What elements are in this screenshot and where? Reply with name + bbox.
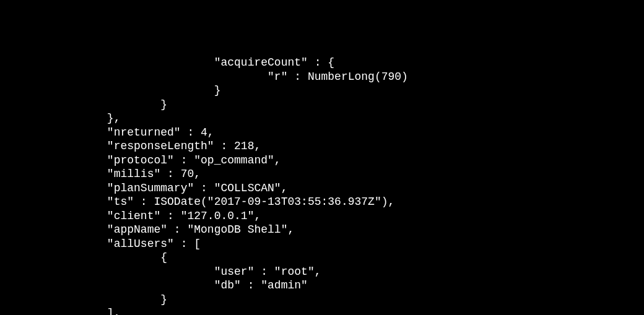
output-line: "db" : "admin" [0,279,308,291]
output-line: "millis" : 70, [0,168,201,180]
output-line: "acquireCount" : { [0,56,334,69]
output-line: "r" : NumberLong(790) [0,71,408,83]
output-line: "planSummary" : "COLLSCAN", [0,182,287,194]
output-line: "nreturned" : 4, [0,126,214,139]
output-line: "client" : "127.0.0.1", [0,210,261,222]
output-line: "protocol" : "op_command", [0,154,281,166]
output-line: "user" : "root", [0,265,321,278]
output-line: "allUsers" : [ [0,238,201,250]
output-line: "responseLength" : 218, [0,140,261,152]
output-line: } [0,84,220,97]
output-line: "appName" : "MongoDB Shell", [0,223,294,236]
output-line: }, [0,112,120,124]
output-line: "ts" : ISODate("2017-09-13T03:55:36.937Z… [0,196,394,208]
output-line: } [0,98,167,111]
output-line: } [0,293,167,306]
output-line: { [0,251,167,264]
terminal-output[interactable]: "acquireCount" : { "r" : NumberLong(790)… [0,56,644,315]
output-line: ], [0,307,120,315]
